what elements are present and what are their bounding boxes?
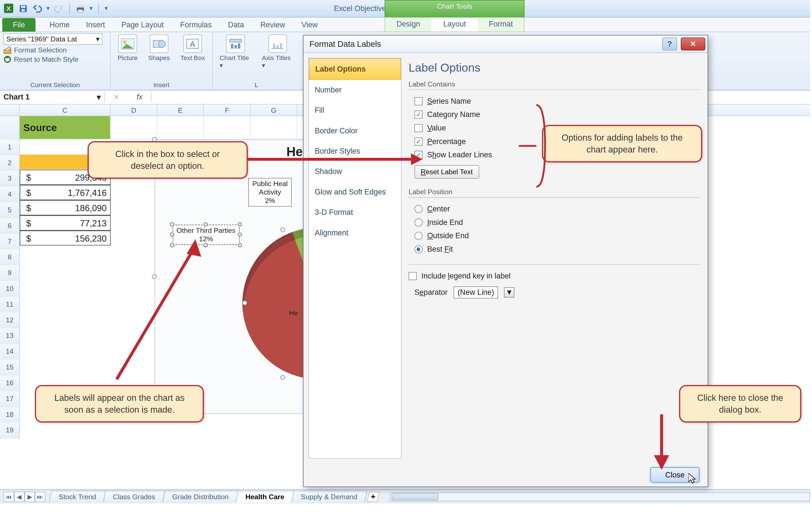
tab-review[interactable]: Review [252,18,293,32]
print-dropdown-icon[interactable]: ▼ [88,5,93,11]
sheet-tab-supply-demand[interactable]: Supply & Demand [291,491,368,503]
row-header-5[interactable]: 5 [0,202,20,218]
callout-select-deselect: Click in the box to select or deselect a… [88,141,248,179]
nav-border-styles[interactable]: Border Styles [309,141,401,161]
nav-fill[interactable]: Fill [309,100,401,120]
undo-dropdown-icon[interactable]: ▼ [45,5,50,11]
data-label-public-health[interactable]: Public Heal Activity 2% [248,178,292,207]
tab-page-layout[interactable]: Page Layout [113,18,172,32]
horizontal-scrollbar[interactable] [390,492,810,502]
sheet-tab-grade-distribution[interactable]: Grade Distribution [162,491,238,503]
dialog-titlebar[interactable]: Format Data Labels ? ✕ [303,35,707,53]
row-header-2[interactable]: 2 [0,155,20,171]
app-icon[interactable]: X [2,2,15,15]
radio-outside-end[interactable]: Outside End [409,229,699,243]
cell-r4[interactable]: $1,767,416 [20,185,111,200]
row-header-7[interactable]: 7 [0,234,20,250]
dialog-help-button[interactable]: ? [662,37,677,50]
cell-r7[interactable]: $156,230 [20,231,111,246]
row-header-9[interactable]: 9 [0,265,20,281]
tab-data[interactable]: Data [220,18,252,32]
insert-picture-button[interactable]: Picture [114,33,141,63]
nav-glow-soft-edges[interactable]: Glow and Soft Edges [309,182,401,202]
nav-number[interactable]: Number [309,80,401,100]
radio-center[interactable]: Center [409,202,699,216]
dialog-close-x-button[interactable]: ✕ [681,37,705,50]
nav-alignment[interactable]: Alignment [309,223,401,243]
cell-source-header[interactable]: Source [20,116,111,139]
tab-design[interactable]: Design [385,18,431,32]
insert-textbox-button[interactable]: A Text Box [177,33,208,63]
sheet-tab-health-care[interactable]: Health Care [235,491,294,503]
row-header-14[interactable]: 14 [0,344,20,360]
tab-home[interactable]: Home [41,18,78,32]
new-sheet-button[interactable]: ✦ [367,492,380,502]
cancel-icon: ✕ [105,93,128,102]
row-header-11[interactable]: 11 [0,297,20,313]
row-header-19[interactable]: 19 [0,423,20,438]
cell-r6[interactable]: $77,213 [20,215,111,231]
undo-icon[interactable] [32,3,43,14]
nav-3d-format[interactable]: 3-D Format [309,202,401,222]
row-header-1[interactable]: 1 [0,139,20,155]
radio-inside-end[interactable]: Inside End [409,216,699,230]
sheet-nav-last[interactable]: ⏭ [35,492,45,502]
sheet-tab-stock-trend[interactable]: Stock Trend [49,491,106,503]
col-header-e[interactable]: E [157,105,204,115]
tab-layout[interactable]: Layout [431,18,477,32]
row-header-3[interactable]: 3 [0,171,20,187]
qat-customize-icon[interactable]: ▼ [104,5,109,11]
nav-shadow[interactable]: Shadow [309,162,401,182]
reset-match-style-button[interactable]: Reset to Match Style [3,55,107,63]
select-all-corner[interactable] [0,105,20,116]
save-icon[interactable] [18,3,29,14]
row-header-17[interactable]: 17 [0,391,20,407]
row-header-6[interactable]: 6 [0,218,20,234]
row-header-13[interactable]: 13 [0,328,20,344]
radio-best-fit[interactable]: Best Fit [409,243,699,256]
data-label-other-third-parties[interactable]: Other Third Parties 12% [173,225,240,245]
row-header-18[interactable]: 18 [0,407,20,423]
fx-icon[interactable]: fx [128,93,151,102]
col-header-d[interactable]: D [111,105,157,115]
nav-label-options[interactable]: Label Options [309,58,401,80]
tab-format[interactable]: Format [478,18,524,32]
axis-titles-button[interactable]: Axis Titles ▾ [258,33,297,71]
checkbox-legend-key[interactable]: Include legend key in label [409,269,699,283]
tab-formulas[interactable]: Formulas [172,18,220,32]
file-tab[interactable]: File [2,18,35,32]
row-header-10[interactable]: 10 [0,281,20,297]
svg-point-11 [123,40,126,44]
row-header-8[interactable]: 8 [0,249,20,265]
cell-r5[interactable]: $186,090 [20,200,111,215]
tab-insert[interactable]: Insert [78,18,113,32]
sheet-nav-first[interactable]: ⏮ [3,492,14,502]
insert-shapes-button[interactable]: Shapes [145,33,173,63]
col-header-c[interactable]: C [20,105,111,115]
tab-view[interactable]: View [293,18,326,32]
reset-match-label: Reset to Match Style [14,56,79,63]
nav-border-color[interactable]: Border Color [309,120,401,141]
redo-icon[interactable] [53,3,64,14]
row-header-4[interactable]: 4 [0,187,20,202]
row-header-blank[interactable] [0,116,20,139]
reset-label-text-button[interactable]: Reset Label Text [414,165,479,179]
format-selection-button[interactable]: Format Selection [3,46,107,54]
checkbox-series-name[interactable]: Series Name [409,95,699,108]
chart-title-button[interactable]: Chart Title ▾ [216,33,255,71]
sheet-tab-class-grades[interactable]: Class Grades [103,491,165,503]
sheet-nav-next[interactable]: ▶ [25,492,35,502]
sheet-nav-prev[interactable]: ◀ [14,492,25,502]
chart-element-selector[interactable]: Series "1969" Data Lat ▾ [3,33,103,45]
print-icon[interactable] [75,3,86,14]
name-box[interactable]: Chart 1 ▾ [0,91,105,103]
row-header-16[interactable]: 16 [0,375,20,391]
col-header-g[interactable]: G [251,105,297,115]
separator-dropdown-button[interactable]: ▼ [504,287,514,298]
checkbox-category-name[interactable]: Category Name [409,108,699,122]
scrollbar-thumb[interactable] [392,493,438,500]
col-header-f[interactable]: F [204,105,251,115]
separator-combo[interactable]: (New Line) [454,287,498,298]
row-header-15[interactable]: 15 [0,360,20,375]
row-header-12[interactable]: 12 [0,313,20,328]
